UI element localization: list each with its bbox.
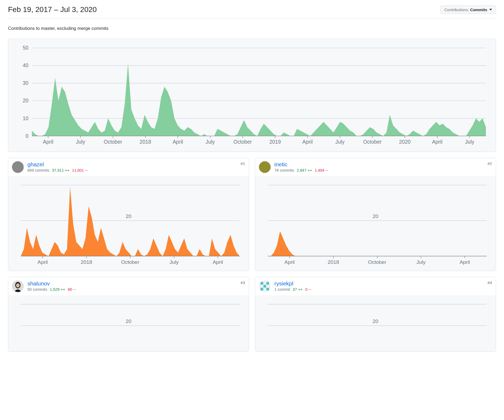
contributor-username-link[interactable]: ghazel bbox=[27, 161, 44, 168]
svg-rect-55 bbox=[18, 161, 19, 173]
svg-rect-58 bbox=[20, 161, 20, 173]
additions: 2,847 ++ bbox=[297, 168, 312, 172]
svg-text:40: 40 bbox=[23, 62, 29, 68]
svg-rect-43 bbox=[12, 161, 12, 173]
divider bbox=[8, 18, 496, 18]
additions: 37 ++ bbox=[293, 287, 303, 292]
svg-text:0: 0 bbox=[26, 133, 29, 139]
svg-text:50: 50 bbox=[23, 45, 29, 51]
contributor-stats: 899 commits 37,911 ++ 11,001 -- bbox=[27, 168, 237, 172]
svg-text:April: April bbox=[432, 139, 442, 145]
svg-rect-49 bbox=[15, 161, 15, 173]
svg-rect-50 bbox=[16, 161, 16, 173]
contributions-dropdown[interactable]: Contributions: Commits bbox=[440, 6, 496, 14]
contributor-info: inetic 78 commits 2,847 ++ 1,494 -- bbox=[274, 161, 484, 172]
commit-count: 899 commits bbox=[27, 168, 49, 172]
svg-text:20: 20 bbox=[373, 213, 378, 219]
svg-rect-44 bbox=[13, 161, 13, 173]
svg-rect-115 bbox=[261, 288, 263, 290]
svg-rect-47 bbox=[14, 161, 14, 173]
svg-rect-85 bbox=[259, 161, 271, 173]
contributor-username-link[interactable]: rysiekpl bbox=[274, 280, 293, 287]
svg-rect-53 bbox=[17, 161, 18, 173]
contributor-header: rysiekpl 1 commit 37 ++ 0 -- #4 bbox=[255, 277, 496, 295]
svg-rect-51 bbox=[16, 161, 17, 173]
deletions: 1,494 -- bbox=[315, 168, 328, 172]
master-chart-panel: 01020304050AprilJulyOctober2018AprilJuly… bbox=[8, 39, 496, 152]
deletions: 11,001 -- bbox=[72, 168, 88, 172]
contributor-chart: 2040April2018OctoberJulyApril bbox=[8, 176, 249, 271]
contributor-stats: 78 commits 2,847 ++ 1,494 -- bbox=[274, 168, 484, 172]
contributor-card: ghazel 899 commits 37,911 ++ 11,001 -- #… bbox=[8, 158, 249, 271]
svg-text:July: July bbox=[206, 139, 215, 145]
contributor-info: shalunov 50 commits 1,529 ++ 80 -- bbox=[27, 280, 237, 292]
contributor-card: shalunov 50 commits 1,529 ++ 80 -- #3204… bbox=[8, 277, 249, 352]
contributor-stats: 1 commit 37 ++ 0 -- bbox=[274, 287, 484, 292]
contributor-rank: #1 bbox=[241, 161, 245, 166]
avatar[interactable] bbox=[12, 280, 24, 292]
svg-rect-63 bbox=[23, 161, 23, 173]
svg-rect-46 bbox=[14, 161, 14, 173]
svg-text:April: April bbox=[460, 259, 470, 265]
svg-rect-54 bbox=[18, 161, 18, 173]
commit-count: 78 commits bbox=[274, 168, 294, 172]
deletions: 80 -- bbox=[68, 287, 76, 292]
additions: 1,529 ++ bbox=[50, 287, 65, 292]
svg-text:40: 40 bbox=[373, 183, 378, 184]
contributor-username-link[interactable]: inetic bbox=[274, 161, 287, 168]
avatar[interactable] bbox=[12, 161, 24, 173]
svg-text:30: 30 bbox=[23, 80, 29, 86]
svg-text:20: 20 bbox=[23, 98, 29, 103]
contributor-rank: #4 bbox=[487, 280, 492, 285]
svg-text:2020: 2020 bbox=[399, 139, 410, 145]
svg-text:2018: 2018 bbox=[81, 259, 92, 265]
caret-down-icon bbox=[489, 9, 492, 10]
svg-text:2018: 2018 bbox=[140, 139, 151, 145]
contributor-chart: 2040 bbox=[255, 295, 496, 352]
svg-rect-45 bbox=[13, 161, 13, 173]
svg-rect-114 bbox=[263, 285, 266, 288]
svg-text:2018: 2018 bbox=[328, 259, 339, 265]
svg-text:April: April bbox=[173, 139, 183, 145]
contributor-card: inetic 78 commits 2,847 ++ 1,494 -- #220… bbox=[255, 158, 496, 271]
svg-text:July: July bbox=[465, 139, 474, 145]
svg-text:20: 20 bbox=[373, 318, 378, 324]
svg-text:July: July bbox=[335, 139, 345, 145]
avatar[interactable] bbox=[259, 161, 271, 173]
master-chart: 01020304050AprilJulyOctober2018AprilJuly… bbox=[15, 45, 489, 149]
subheading: Contributions to master, excluding merge… bbox=[8, 26, 496, 31]
contributor-card: rysiekpl 1 commit 37 ++ 0 -- #42040 bbox=[255, 277, 496, 352]
contributor-chart: 2040April2018OctoberJulyApril bbox=[255, 176, 496, 271]
svg-text:July: July bbox=[416, 259, 426, 265]
svg-rect-57 bbox=[19, 161, 20, 173]
additions: 37,911 ++ bbox=[52, 168, 69, 172]
svg-rect-62 bbox=[22, 161, 22, 173]
dropdown-value: Commits bbox=[470, 7, 487, 12]
avatar[interactable] bbox=[259, 280, 271, 292]
svg-rect-59 bbox=[21, 161, 21, 173]
svg-text:October: October bbox=[121, 259, 140, 265]
svg-text:October: October bbox=[104, 139, 123, 145]
svg-rect-56 bbox=[19, 161, 19, 173]
contributor-username-link[interactable]: shalunov bbox=[27, 280, 50, 287]
dropdown-label: Contributions: bbox=[444, 7, 469, 12]
svg-rect-48 bbox=[15, 161, 15, 173]
svg-text:April: April bbox=[38, 259, 48, 265]
svg-text:July: July bbox=[76, 139, 85, 145]
contributors-grid: ghazel 899 commits 37,911 ++ 11,001 -- #… bbox=[8, 158, 496, 352]
svg-text:40: 40 bbox=[373, 302, 378, 303]
svg-text:October: October bbox=[363, 139, 382, 145]
svg-rect-61 bbox=[22, 161, 22, 173]
svg-text:40: 40 bbox=[126, 302, 131, 303]
svg-point-105 bbox=[16, 283, 20, 288]
contributor-header: shalunov 50 commits 1,529 ++ 80 -- #3 bbox=[8, 277, 249, 295]
contributor-chart: 2040 bbox=[8, 295, 249, 352]
svg-rect-52 bbox=[17, 161, 17, 173]
deletions: 0 -- bbox=[305, 287, 311, 292]
svg-text:40: 40 bbox=[126, 183, 131, 184]
svg-text:October: October bbox=[234, 139, 252, 145]
contributor-header: inetic 78 commits 2,847 ++ 1,494 -- #2 bbox=[255, 158, 496, 176]
contributor-header: ghazel 899 commits 37,911 ++ 11,001 -- #… bbox=[8, 158, 249, 176]
svg-rect-113 bbox=[266, 282, 269, 285]
svg-text:20: 20 bbox=[126, 318, 131, 324]
